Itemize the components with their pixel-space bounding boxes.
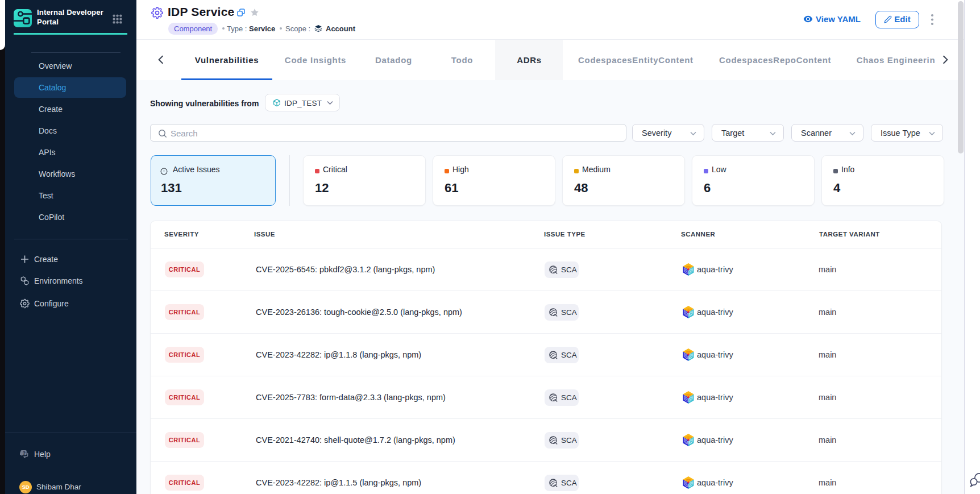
svg-text:?: ? [23,450,26,456]
